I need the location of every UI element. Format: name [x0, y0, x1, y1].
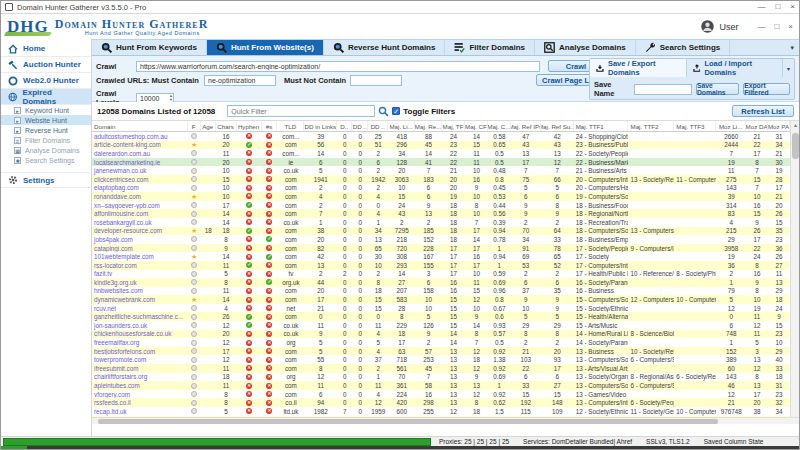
table-row[interactable]: rss-locator.com11✓✕com130010293155171715…: [92, 261, 790, 270]
favorite-empty-icon[interactable]: [191, 236, 197, 242]
favorite-empty-icon[interactable]: [191, 271, 197, 277]
table-row[interactable]: rosebankargyll.co.uk14✕✕co.uk1001221870.…: [92, 218, 790, 227]
table-row[interactable]: 101webtemplate.com★14✕✓com42003030816717…: [92, 252, 790, 261]
domain-link[interactable]: freeemailfax.org: [92, 338, 188, 347]
domain-link[interactable]: fazit.tv: [92, 270, 188, 279]
domain-link[interactable]: developer-resource.com: [92, 227, 188, 236]
table-row[interactable]: kindle3g.org.uk8✕✓org.uk4400827616110.69…: [92, 278, 790, 287]
domain-link[interactable]: ganzheitliche-suchmaschine.c...: [92, 312, 188, 321]
table-row[interactable]: catapingi.com9✕✕com820065720228171719178…: [92, 244, 790, 253]
inner-maximize-button[interactable]: □: [774, 22, 779, 31]
vertical-scroll-thumb[interactable]: [792, 133, 799, 159]
search-icon[interactable]: [378, 106, 389, 117]
favorite-empty-icon[interactable]: [191, 288, 197, 294]
horizontal-scroll-thumb[interactable]: [98, 419, 718, 424]
column-header-d-[interactable]: D..: [337, 121, 352, 131]
favorite-empty-icon[interactable]: [191, 383, 197, 389]
save-domains-button[interactable]: Save Domains: [696, 83, 739, 95]
favorite-star-icon[interactable]: ★: [191, 296, 197, 303]
favorite-empty-icon[interactable]: [191, 314, 197, 320]
column-header-maj-ttf3[interactable]: Maj. TTF3: [674, 121, 716, 131]
table-row[interactable]: towerpromote.com12✕✕com55003771825313181…: [92, 355, 790, 364]
column-header-#s[interactable]: #s: [262, 121, 278, 131]
table-row[interactable]: jon-saunders.co.uk12✓✕co.uk1100112291261…: [92, 321, 790, 330]
table-row[interactable]: xn--saygoever-ypb.com17✓✕com20002491880.…: [92, 201, 790, 210]
favorite-empty-icon[interactable]: [191, 408, 197, 414]
column-header-hyphen[interactable]: Hyphen: [237, 121, 262, 131]
table-row[interactable]: rcuv.net4✕✕net210015281015100.6710915 - …: [92, 304, 790, 313]
crawl-url-input[interactable]: [136, 61, 540, 72]
load-import-tab[interactable]: Load / Import Domains: [687, 59, 783, 77]
favorite-empty-icon[interactable]: [191, 322, 197, 328]
domain-link[interactable]: catapingi.com: [92, 244, 188, 253]
sidebar-item-auction-hunter[interactable]: Auction Hunter: [1, 57, 91, 73]
table-row[interactable]: article-content-king.com★20✓✕com56005129…: [92, 141, 790, 150]
column-header-maj-ttf2[interactable]: Maj. TTF2: [628, 121, 674, 131]
column-header-moz-pa[interactable]: Moz PA: [768, 121, 790, 131]
maximize-button[interactable]: □: [775, 2, 780, 12]
table-row[interactable]: localsearchmarketing.ie20✕✕ie60061284122…: [92, 158, 790, 167]
column-header-dd-[interactable]: DD ..: [352, 121, 368, 131]
tab-hunt-from-keywords[interactable]: Hunt From Keywords: [92, 40, 207, 55]
domain-link[interactable]: dynamicwebrank.com: [92, 295, 188, 304]
domain-link[interactable]: dalereardon.com.au: [92, 149, 188, 158]
table-row[interactable]: affonlimousine.com14✕✕com7004431318100.5…: [92, 209, 790, 218]
domain-link[interactable]: 101webtemplate.com: [92, 252, 188, 261]
column-header-maj-li-[interactable]: Maj. Li...: [388, 121, 415, 131]
column-header-moz-da[interactable]: Moz DA: [746, 121, 768, 131]
domain-link[interactable]: recap.ltd.uk: [92, 407, 188, 416]
table-row[interactable]: vforgery.com8✕✕com60042241613120.9215151…: [92, 390, 790, 399]
save-export-tab[interactable]: Save / Export Domains: [590, 59, 687, 77]
domain-link[interactable]: rssfeeds.co.il: [92, 398, 188, 407]
column-header-moz-li-[interactable]: Moz Li...: [716, 121, 746, 131]
inner-minimize-button[interactable]: —: [757, 22, 765, 31]
column-header-age[interactable]: Age: [201, 121, 216, 131]
table-row[interactable]: freeemailfax.org12✕✕org50051721470.52214…: [92, 338, 790, 347]
domain-link[interactable]: adultcostumeshop.com.au: [92, 132, 188, 141]
favorite-star-icon[interactable]: ★: [191, 193, 197, 200]
table-row[interactable]: dynamicwebrank.com★14✕✕com17001558310151…: [92, 295, 790, 304]
favorite-empty-icon[interactable]: [191, 245, 197, 251]
tab-filter-domains[interactable]: Filter Domains: [445, 40, 535, 55]
favorite-empty-icon[interactable]: [191, 168, 197, 174]
sidebar-subitem-website-hunt[interactable]: ▸Website Hunt: [1, 115, 91, 125]
vertical-scrollbar[interactable]: ▲ ▼: [790, 121, 799, 424]
domain-link[interactable]: vforgery.com: [92, 390, 188, 399]
column-header-tld[interactable]: TLD: [277, 121, 304, 131]
chevron-down-icon[interactable]: ▾: [783, 65, 794, 72]
column-header-maj-re-[interactable]: Maj. Re...: [415, 121, 442, 131]
domain-link[interactable]: jobs4pak.com: [92, 235, 188, 244]
table-row[interactable]: bestjobsforfelons.com17✕✕com500463571312…: [92, 347, 790, 356]
must-contain-input[interactable]: [204, 75, 276, 86]
minimize-button[interactable]: —: [757, 2, 765, 12]
sidebar-item-expired-domains[interactable]: Expired Domains: [1, 89, 91, 105]
sidebar-subitem-reverse-hunt[interactable]: ▸Reverse Hunt: [1, 125, 91, 135]
favorite-empty-icon[interactable]: [191, 374, 197, 380]
domain-link[interactable]: towerpromote.com: [92, 355, 188, 364]
domain-link[interactable]: clickcentricseo.com: [92, 175, 188, 184]
domain-link[interactable]: chickenhousesforsale.co.uk: [92, 330, 188, 339]
favorite-empty-icon[interactable]: [191, 202, 197, 208]
favorite-empty-icon[interactable]: [191, 211, 197, 217]
table-row[interactable]: clickcentricseo.com15✕✕com19410019423063…: [92, 175, 790, 184]
favorite-empty-icon[interactable]: [191, 159, 197, 165]
domain-link[interactable]: janenewman.co.uk: [92, 166, 188, 175]
domain-link[interactable]: xn--saygoever-ypb.com: [92, 201, 188, 210]
favorite-empty-icon[interactable]: [191, 262, 197, 268]
table-row[interactable]: developer-resource.com★1818✓✕com38003472…: [92, 227, 790, 236]
sidebar-subitem-search-settings[interactable]: ✱Search Settings: [1, 155, 91, 165]
tab-search-settings[interactable]: Search Settings: [636, 40, 730, 55]
domain-link[interactable]: rosebankargyll.co.uk: [92, 218, 188, 227]
domain-link[interactable]: rcuv.net: [92, 304, 188, 313]
table-row[interactable]: ronanddave.com★10✕✕com400415619100.53661…: [92, 192, 790, 201]
favorite-empty-icon[interactable]: [191, 357, 197, 363]
favorite-empty-icon[interactable]: [191, 133, 197, 139]
domain-link[interactable]: article-content-king.com: [92, 141, 188, 150]
column-header-maj-cf[interactable]: Maj. CF: [465, 121, 488, 131]
table-row[interactable]: chickenhousesforsale.co.uk20✕✕co.uk90041…: [92, 330, 790, 339]
column-header-maj-c-[interactable]: Maj. C...: [488, 121, 511, 131]
tab-hunt-from-website-s-[interactable]: Hunt From Website(s): [207, 40, 324, 55]
favorite-empty-icon[interactable]: [191, 340, 197, 346]
column-header-f[interactable]: F: [188, 121, 201, 131]
export-filtered-button[interactable]: Export Filtered: [743, 83, 790, 95]
